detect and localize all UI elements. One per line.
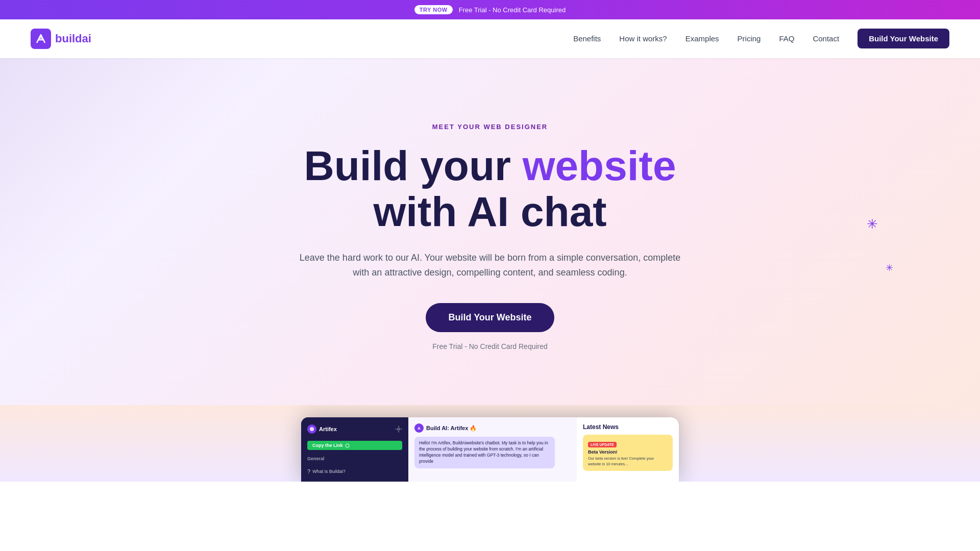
mockup-news-card-body: Our beta version is live! Complete your … [588, 456, 668, 467]
mockup-news-badge: LIVE UPDATE [588, 442, 617, 447]
hero-headline: Build your website with AI chat [304, 143, 676, 235]
svg-point-2 [310, 427, 314, 431]
hero-eyebrow: MEET YOUR WEB DESIGNER [432, 123, 548, 131]
nav-item-contact[interactable]: Contact [813, 34, 839, 43]
nav-item-examples[interactable]: Examples [685, 34, 719, 43]
mockup-news-card: LIVE UPDATE Beta Version! Our beta versi… [583, 435, 673, 471]
mockup-chat-header-bar: Artifex [307, 424, 402, 434]
app-mockup: Artifex Copy the Link General ? What is … [301, 417, 679, 482]
nav-cta-button[interactable]: Build Your Website [857, 29, 949, 48]
mockup-right-panel: Latest News LIVE UPDATE Beta Version! Ou… [577, 417, 679, 482]
mockup-middle-panel: A Build AI: Artifex 🔥 Hello! I'm Artifex… [408, 417, 577, 482]
svg-rect-1 [39, 36, 42, 39]
announcement-text: Free Trial - No Credit Card Required [459, 6, 566, 14]
mockup-chatbot-name: Artifex [307, 424, 337, 434]
hero-free-trial-text: Free Trial - No Credit Card Required [432, 342, 548, 350]
deco-star-1: ✳ [867, 216, 878, 232]
hero-cta-button[interactable]: Build Your Website [426, 303, 554, 332]
nav-item-benefits[interactable]: Benefits [573, 34, 601, 43]
deco-star-2: ✳ [886, 262, 893, 273]
svg-point-3 [398, 428, 400, 430]
mockup-general-label: General [307, 456, 402, 461]
announcement-bar: TRY NOW Free Trial - No Credit Card Requ… [0, 0, 980, 19]
mockup-chatbot-dot [307, 424, 316, 434]
logo-link[interactable]: buildai [31, 29, 91, 49]
try-now-badge[interactable]: TRY NOW [414, 5, 453, 14]
navbar: buildai Benefits How it works? Examples … [0, 19, 980, 58]
nav-item-pricing[interactable]: Pricing [738, 34, 761, 43]
mockup-question-item[interactable]: ? What is Buildai? [307, 466, 402, 477]
nav-links: Benefits How it works? Examples Pricing … [573, 34, 949, 43]
hero-headline-part1: Build your [304, 142, 523, 189]
svg-point-4 [346, 444, 349, 447]
mockup-question-icon: ? [307, 468, 310, 474]
hero-headline-part2: with AI chat [373, 188, 606, 235]
mockup-settings-icon [395, 425, 402, 433]
mockup-copy-link-button[interactable]: Copy the Link [307, 441, 402, 450]
mockup-news-card-title: Beta Version! [588, 449, 668, 455]
app-preview-section: Artifex Copy the Link General ? What is … [0, 405, 980, 482]
mockup-chat-title: A Build AI: Artifex 🔥 [414, 423, 571, 433]
mockup-avatar: A [414, 423, 424, 433]
hero-section: ✳ ✳ MEET YOUR WEB DESIGNER Build your we… [0, 58, 980, 405]
hero-subtext: Leave the hard work to our AI. Your webs… [291, 251, 689, 281]
nav-item-how-it-works[interactable]: How it works? [619, 34, 667, 43]
hero-headline-highlight: website [523, 142, 676, 189]
nav-item-faq[interactable]: FAQ [779, 34, 794, 43]
logo-text: buildai [55, 32, 91, 45]
mockup-news-title: Latest News [583, 423, 673, 431]
logo-icon [31, 29, 51, 49]
mockup-chat-bubble: Hello! I'm Artifex, BuildAiwebsite's cha… [414, 437, 555, 468]
mockup-left-panel: Artifex Copy the Link General ? What is … [301, 417, 408, 482]
